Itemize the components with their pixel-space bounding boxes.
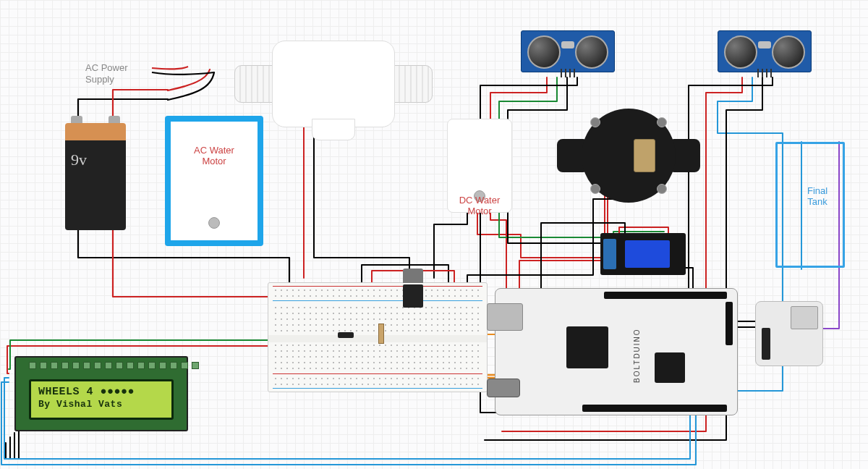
ac-leads [0,0,868,469]
